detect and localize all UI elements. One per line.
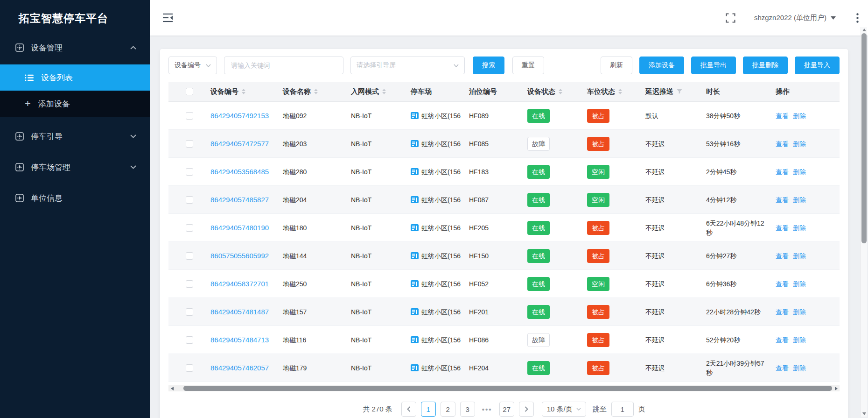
view-link[interactable]: 查看 [776,140,789,148]
row-checkbox[interactable] [186,364,193,372]
delete-link[interactable]: 删除 [793,168,806,176]
view-link[interactable]: 查看 [776,336,789,344]
select-all-checkbox[interactable] [186,88,193,95]
cell-checkbox [168,140,210,148]
cell-delay-push: 不延迟 [645,279,706,289]
prev-page-button[interactable] [401,402,416,417]
row-checkbox[interactable] [186,112,193,120]
view-link[interactable]: 查看 [776,364,789,372]
row-checkbox[interactable] [186,224,193,232]
cell-device-status: 在线 [527,361,587,375]
row-checkbox[interactable] [186,336,193,344]
row-checkbox[interactable] [186,308,193,316]
delete-link[interactable]: 删除 [793,112,806,120]
bulk-export-button[interactable]: 批量导出 [691,57,736,74]
column-header-device_status: 设备状态 [527,87,587,96]
scroll-down-arrow[interactable] [861,411,868,417]
sort-icon[interactable] [314,89,318,94]
chevron-down-icon [576,408,581,411]
delete-link[interactable]: 删除 [793,280,806,288]
filter-funnel-icon[interactable] [677,89,682,94]
device-id-link[interactable]: 860575055605992 [210,252,269,260]
page-button[interactable]: 27 [499,402,514,417]
device-status-badge: 在线 [527,305,550,319]
row-checkbox[interactable] [186,196,193,204]
device-id-link[interactable]: 864294057462057 [210,364,269,372]
search-button[interactable]: 搜索 [473,57,504,74]
view-link[interactable]: 查看 [776,252,789,260]
delete-link[interactable]: 删除 [793,140,806,148]
cell-checkbox [168,224,210,232]
page-button[interactable]: 2 [441,402,455,417]
page-ellipsis[interactable]: ••• [480,402,495,417]
cell-device-name: 地磁157 [283,307,351,317]
row-checkbox[interactable] [186,252,193,260]
row-checkbox[interactable] [186,280,193,288]
delete-link[interactable]: 删除 [793,224,806,232]
scroll-up-arrow[interactable] [861,27,868,33]
horizontal-scrollbar-thumb[interactable] [183,386,832,391]
device-id-link[interactable]: 864294057472577 [210,140,269,148]
page-size-select[interactable]: 10 条/页 [542,402,586,417]
device-id-link[interactable]: 864294057481487 [210,308,269,316]
cell-checkbox [168,252,210,260]
sidebar-item-unit-info[interactable]: 单位信息 [0,187,150,209]
search-field-select[interactable]: 设备编号 [168,57,217,74]
sidebar-item-parking-guidance[interactable]: 停车引导 [0,125,150,148]
device-id-link[interactable]: 864294053568485 [210,168,269,176]
vertical-scrollbar[interactable] [861,27,867,417]
device-status-badge: 在线 [527,361,550,375]
parking-screen-icon [411,224,419,231]
view-link[interactable]: 查看 [776,112,789,120]
cell-bay-number: HF089 [469,111,527,120]
kebab-menu-icon[interactable] [856,13,859,23]
sort-icon[interactable] [382,89,386,94]
cell-device-status: 在线 [527,193,587,207]
device-id-link[interactable]: 864294057480190 [210,224,269,232]
delete-link[interactable]: 删除 [793,364,806,372]
fullscreen-icon[interactable] [726,13,735,23]
device-id-link[interactable]: 864294058372701 [210,280,269,288]
sidebar-item-parking-lot-management[interactable]: 停车场管理 [0,156,150,178]
sidebar-item-device-management[interactable]: 设备管理 [0,36,150,59]
view-link[interactable]: 查看 [776,308,789,316]
bulk-import-button[interactable]: 批量导入 [795,57,840,74]
view-link[interactable]: 查看 [776,224,789,232]
sort-icon[interactable] [559,89,562,94]
reset-button[interactable]: 重置 [512,57,544,74]
device-id-link[interactable]: 864294057484713 [210,336,269,344]
menu-fold-icon[interactable] [162,13,173,22]
view-link[interactable]: 查看 [776,280,789,288]
bulk-delete-button[interactable]: 批量删除 [743,57,788,74]
sort-icon[interactable] [618,89,622,94]
cell-device-name: 地磁144 [283,251,351,261]
page-button[interactable]: 3 [460,402,475,417]
page-number-list: 123•••27 [419,402,517,417]
row-checkbox[interactable] [186,140,193,148]
sidebar-item-add-device[interactable]: + 添加设备 [0,91,150,117]
device-id-link[interactable]: 864294057485827 [210,196,269,204]
view-link[interactable]: 查看 [776,196,789,204]
horizontal-scrollbar[interactable] [168,385,840,391]
add-device-button[interactable]: 添加设备 [639,57,684,74]
refresh-button[interactable]: 刷新 [601,57,632,74]
scroll-left-arrow[interactable] [168,385,175,391]
row-checkbox[interactable] [186,168,193,176]
next-page-button[interactable] [519,402,534,417]
table-row: 864294058372701地磁250NB-IoT虹纺小区(156HF052在… [168,270,840,298]
jump-page-input[interactable] [611,402,634,417]
device-id-link[interactable]: 864294057492153 [210,112,269,120]
vertical-scrollbar-thumb[interactable] [861,33,867,243]
user-menu[interactable]: shzgzn2022 (单位用户) [754,14,836,22]
page-button[interactable]: 1 [421,402,436,417]
guide-screen-select[interactable]: 请选择引导屏 [350,57,465,74]
view-link[interactable]: 查看 [776,168,789,176]
sort-icon[interactable] [242,89,245,94]
scroll-right-arrow[interactable] [833,385,840,391]
delete-link[interactable]: 删除 [793,196,806,204]
keyword-input[interactable] [224,57,343,74]
delete-link[interactable]: 删除 [793,252,806,260]
sidebar-item-device-list[interactable]: 设备列表 [0,64,150,91]
delete-link[interactable]: 删除 [793,336,806,344]
delete-link[interactable]: 删除 [793,308,806,316]
